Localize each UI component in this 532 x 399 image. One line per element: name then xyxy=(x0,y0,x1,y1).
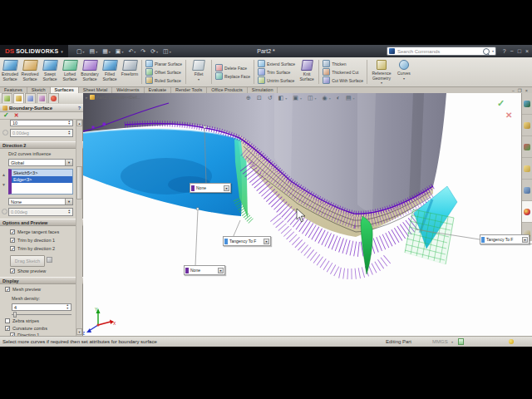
ribbon-button-boundary-surface[interactable]: Boundary Surface xyxy=(80,57,100,86)
list-item-sketch5[interactable]: Sketch5<3> xyxy=(12,170,72,176)
tab-features[interactable]: Features xyxy=(0,87,27,93)
previous-view-icon[interactable]: ↺ xyxy=(268,94,273,102)
chevron-down-icon[interactable]: ▼ xyxy=(65,160,72,165)
tab-sheet-metal[interactable]: Sheet Metal xyxy=(79,87,112,93)
ribbon-button-curves[interactable]: Curves▾ xyxy=(394,57,414,86)
scroll-up-icon[interactable]: ▲ xyxy=(76,120,82,126)
taskpane-tab-appearances[interactable] xyxy=(522,201,532,223)
reference-geometry-dropdown-icon[interactable]: ▾ xyxy=(381,81,382,85)
tag-icon[interactable] xyxy=(458,338,464,345)
checkbox-trim-by-direction-2[interactable]: ✓Trim by direction 2 xyxy=(10,246,55,251)
tab-featuremanager-tree[interactable] xyxy=(2,93,12,103)
ribbon-button-untrim-surface[interactable]: Untrim Surface xyxy=(258,76,295,84)
ribbon-button-freeform[interactable]: Freeform xyxy=(120,57,140,86)
tab-sketch[interactable]: Sketch xyxy=(27,87,51,93)
display-style-icon[interactable]: ◫ xyxy=(308,94,313,102)
doc-restore-button[interactable]: ❐ xyxy=(518,88,522,93)
hide-show-items-icon[interactable]: ◉ xyxy=(323,94,328,102)
tab-configurations[interactable] xyxy=(25,93,36,103)
callout-tangency-none-bottom[interactable]: None ▼ xyxy=(184,265,225,275)
ribbon-button-trim-surface[interactable]: Trim Surface xyxy=(258,68,295,76)
drag-sketch-button[interactable]: Drag Sketch xyxy=(10,255,45,267)
section-options-preview[interactable]: Options and Preview▴ xyxy=(0,219,83,226)
spinner-arrows-icon[interactable]: ▲▼ xyxy=(66,304,69,310)
tab-office-products[interactable]: Office Products xyxy=(207,87,248,93)
confirmation-ok-icon[interactable]: ✓ xyxy=(497,98,505,109)
chevron-down-icon[interactable]: ▼ xyxy=(264,239,269,244)
fillet-dropdown-icon[interactable]: ▾ xyxy=(198,77,200,81)
search-icon[interactable] xyxy=(483,48,490,55)
units-label[interactable]: MMGS xyxy=(432,339,448,344)
mesh-density-field[interactable]: 4▲▼ xyxy=(12,303,71,311)
section-direction2[interactable]: Direction 2▴ xyxy=(0,141,83,149)
zoom-fit-icon[interactable]: ⊕ xyxy=(246,94,251,102)
ribbon-button-swept-surface[interactable]: Swept Surface xyxy=(40,57,60,86)
angle2-field[interactable]: 0.00deg▲▼ xyxy=(8,208,73,216)
checkbox-zebra-stripes[interactable]: Zebra stripes xyxy=(5,318,39,323)
ribbon-button-cut-with-surface[interactable]: Cut With Surface xyxy=(323,76,363,84)
tab-dimxpert[interactable] xyxy=(37,93,47,103)
cancel-button[interactable]: ✕ xyxy=(14,112,19,119)
close-button[interactable]: × xyxy=(525,48,529,54)
move-curve-down-button[interactable]: ▼ xyxy=(2,182,6,188)
slider-thumb[interactable] xyxy=(13,312,17,318)
chevron-down-icon[interactable]: ▼ xyxy=(65,199,72,204)
viewport-canvas[interactable]: Y X Z xyxy=(83,93,532,336)
taskpane-tab-file-explorer[interactable] xyxy=(522,136,532,158)
angle1-field[interactable]: 0.00deg▲▼ xyxy=(10,129,73,137)
tab-propertymanager[interactable] xyxy=(13,93,24,103)
dir2-curve-list[interactable]: Sketch5<3> Edge<3> xyxy=(8,169,73,195)
ribbon-button-replace-face[interactable]: Replace Face xyxy=(215,72,250,80)
chevron-down-icon[interactable]: ▼ xyxy=(522,237,528,243)
scroll-down-icon[interactable]: ▼ xyxy=(76,328,82,335)
mesh-density-slider[interactable] xyxy=(12,314,71,315)
zoom-area-icon[interactable]: ⊡ xyxy=(257,94,262,102)
tab-weldments[interactable]: Weldments xyxy=(112,87,144,93)
confirmation-cancel-icon[interactable]: ✕ xyxy=(505,111,512,120)
callout-tangency-right[interactable]: Tangency To F ▼ xyxy=(480,234,530,244)
spinner-arrows-icon[interactable]: ▲▼ xyxy=(68,131,71,136)
checkbox-mesh-preview[interactable]: ✓Mesh preview xyxy=(5,287,41,292)
help-icon[interactable]: ? xyxy=(503,48,506,54)
tab-appearances[interactable] xyxy=(48,93,59,103)
ribbon-button-knit-surface[interactable]: Knit Surface xyxy=(297,57,317,86)
taskpane-tab-design-library[interactable] xyxy=(522,115,532,136)
dir2-influence-combo[interactable]: Global▼ xyxy=(8,159,73,166)
scrollbar-thumb[interactable] xyxy=(76,166,82,200)
checkbox-trim-by-direction-1[interactable]: ✓Trim by direction 1 xyxy=(10,238,55,243)
move-curve-up-button[interactable]: ▲ xyxy=(2,172,6,178)
chevron-down-icon[interactable]: ▼ xyxy=(224,185,229,191)
callout-tangency-none-top[interactable]: None ▼ xyxy=(190,183,231,193)
edit-appearance-icon[interactable]: ◐ xyxy=(337,94,340,102)
clipped-spinner-field[interactable]: 10▲▼ xyxy=(10,120,73,126)
taskpane-tab-resources[interactable] xyxy=(522,93,532,115)
section-display[interactable]: Display▴ xyxy=(0,277,83,284)
expand-icon[interactable]: ▸ xyxy=(86,95,88,100)
ribbon-button-extruded-surface[interactable]: Extruded Surface xyxy=(0,57,20,86)
quick-tip-icon[interactable] xyxy=(509,339,514,344)
chevron-down-icon[interactable]: ▼ xyxy=(218,268,224,273)
ribbon-button-thickened-cut[interactable]: Thickened Cut xyxy=(323,68,363,76)
ribbon-button-delete-face[interactable]: Delete Face xyxy=(215,64,250,71)
tab-surfaces[interactable]: Surfaces xyxy=(51,87,79,93)
checkbox-curvature-combs[interactable]: ✓Curvature combs xyxy=(5,326,47,331)
apply-scene-icon[interactable]: ▤ xyxy=(346,94,352,102)
minimize-button[interactable]: − xyxy=(510,48,514,54)
doc-close-button[interactable]: × xyxy=(525,88,528,93)
help-icon[interactable]: ? xyxy=(78,106,81,111)
ribbon-button-planar-surface[interactable]: Planar Surface xyxy=(145,60,182,67)
graphics-viewport[interactable]: Y X Z ▸ Part2 (Default<<Def... ⊕ ⊡ ↺ ◧▾ … xyxy=(83,93,532,336)
checkbox-show-preview[interactable]: ✓Show preview xyxy=(10,268,46,273)
doc-minimize-button[interactable]: − xyxy=(512,88,515,93)
tab-render-tools[interactable]: Render Tools xyxy=(171,87,207,93)
checkbox-merge-tangent-faces[interactable]: ✓Merge tangent faces xyxy=(10,229,59,234)
spinner-arrows-icon[interactable]: ▲▼ xyxy=(68,209,71,215)
panel-scrollbar[interactable]: ▲ ▼ xyxy=(76,120,82,336)
units-dropdown-icon[interactable]: ▾ xyxy=(451,340,453,344)
tangency-type-combo[interactable]: None▼ xyxy=(8,198,73,205)
view-orientation-icon[interactable]: ▣ xyxy=(293,94,298,102)
ribbon-button-extend-surface[interactable]: Extend Surface xyxy=(258,60,295,67)
ribbon-button-offset-surface[interactable]: Offset Surface xyxy=(145,68,182,76)
search-commands-input[interactable]: Search Commands ▾ xyxy=(387,47,496,56)
search-scope-icon[interactable] xyxy=(389,48,395,54)
